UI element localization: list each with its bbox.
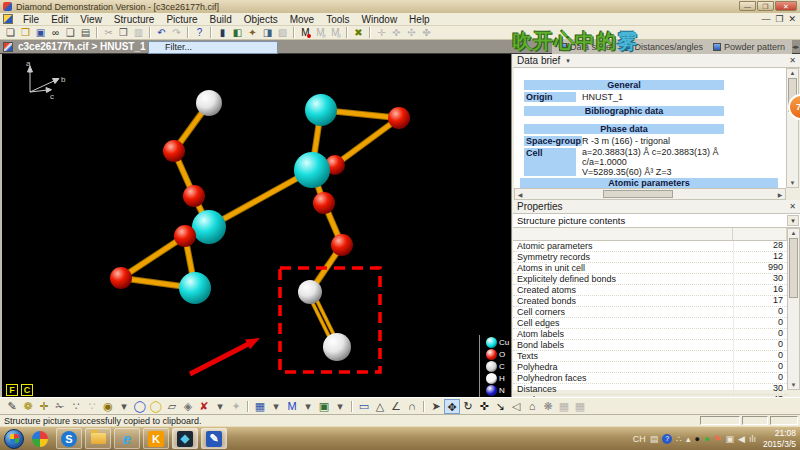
start-button[interactable] — [4, 429, 24, 449]
model-mode-icon[interactable]: M — [284, 399, 300, 414]
updates-icon[interactable]: ▣ — [725, 434, 734, 444]
measure-triangle-icon[interactable]: △ — [372, 399, 388, 414]
atom-O[interactable] — [163, 140, 185, 162]
minimize-button[interactable]: — — [739, 1, 756, 11]
undo-icon[interactable]: ↶ — [154, 26, 169, 39]
help-icon[interactable]: ? — [662, 434, 672, 444]
previous-view-icon[interactable]: ◁ — [508, 399, 524, 414]
app-sogou[interactable]: S — [56, 428, 82, 449]
menu-help[interactable]: Help — [403, 13, 436, 26]
properties-close-icon[interactable]: ✕ — [789, 202, 796, 211]
property-row[interactable]: Created bonds17 — [513, 296, 787, 307]
property-row[interactable]: Distances30 — [513, 384, 787, 395]
fragments-gray-icon[interactable]: ∵ — [84, 399, 100, 414]
polyhedra-icon[interactable]: ◈ — [180, 399, 196, 414]
property-row[interactable]: Cell edges0 — [513, 318, 787, 329]
atom-O[interactable] — [110, 267, 132, 289]
data-brief-hscrollbar[interactable]: ◀ ▶ — [514, 188, 786, 200]
measure-torsion-icon[interactable]: ∩ — [404, 399, 420, 414]
property-row[interactable]: Cell corners0 — [513, 307, 787, 318]
security-icon[interactable]: ● — [704, 434, 709, 444]
viewing-1-icon[interactable]: ▦ — [556, 399, 572, 414]
tab-scroll-arrows[interactable]: ◂▸ — [792, 43, 799, 51]
destroy-icon[interactable]: ✘ — [196, 399, 212, 414]
atom-O[interactable] — [331, 234, 353, 256]
picture-frame-icon[interactable]: ◨ — [260, 26, 275, 39]
save-icon[interactable]: ▣ — [33, 26, 48, 39]
break-bond-icon[interactable]: ✁ — [52, 399, 68, 414]
atom-O[interactable] — [183, 185, 205, 207]
connectivity-3-icon[interactable]: ✣ — [404, 26, 419, 39]
menu-edit[interactable]: Edit — [45, 13, 74, 26]
redo-icon[interactable]: ↷ — [169, 26, 184, 39]
taskbar-clock[interactable]: 21:08 2015/3/5 — [759, 428, 800, 449]
connectivity-2-icon[interactable]: ✜ — [389, 26, 404, 39]
picture-table-icon[interactable]: ◧ — [230, 26, 245, 39]
open-icon[interactable]: ❐ — [18, 26, 33, 39]
tab-powder-pattern[interactable]: Powder pattern — [710, 42, 788, 52]
grow-icon[interactable]: ✦ — [228, 399, 244, 414]
model-dd-icon[interactable]: ▾ — [300, 399, 316, 414]
briefcase-icon[interactable]: ▤ — [650, 434, 659, 444]
cut-icon[interactable]: ✂ — [101, 26, 116, 39]
measure-angle-icon[interactable]: ∠ — [388, 399, 404, 414]
copy-icon[interactable]: ❒ — [116, 26, 131, 39]
property-row[interactable]: Texts0 — [513, 351, 787, 362]
print-icon[interactable]: ▤ — [78, 26, 93, 39]
mdi-restore-button[interactable]: ❐ — [775, 13, 783, 26]
atom-H[interactable] — [196, 90, 222, 116]
packing-icon[interactable]: ▦ — [252, 399, 268, 414]
atomic-parameters-header[interactable]: Atomic parameters — [520, 178, 778, 188]
property-row[interactable]: Atoms in unit cell990 — [513, 263, 787, 274]
menu-file[interactable]: File — [17, 13, 45, 26]
atom-Cu[interactable] — [179, 272, 211, 304]
properties-selector[interactable]: Structure picture contents ▾ — [513, 214, 800, 228]
menu-structure[interactable]: Structure — [108, 13, 161, 26]
property-row[interactable]: Symmetry records12 — [513, 252, 787, 263]
menu-view[interactable]: View — [74, 13, 108, 26]
paste-icon[interactable]: ▥ — [131, 26, 146, 39]
dots-icon[interactable]: ∴ — [676, 434, 682, 444]
app-ie[interactable]: e — [114, 428, 140, 449]
menu-tools[interactable]: Tools — [320, 13, 355, 26]
volume-icon[interactable]: ◀ — [738, 434, 745, 444]
fragments-icon[interactable]: ∵ — [68, 399, 84, 414]
structure-viewport[interactable]: abc CuOCHN F C — [0, 54, 511, 397]
atom-O[interactable] — [174, 225, 196, 247]
fill-dd-icon[interactable]: ▾ — [116, 399, 132, 414]
scale-mode-icon[interactable]: ↘ — [492, 399, 508, 414]
structure-level-2-icon[interactable]: M — [313, 26, 328, 39]
app-explorer[interactable] — [85, 428, 111, 449]
build-molecule-icon[interactable]: ❁ — [20, 399, 36, 414]
picture-dd-icon[interactable]: ▾ — [332, 399, 348, 414]
ring-yellow-icon[interactable]: ◯ — [148, 399, 164, 414]
measure-distance-icon[interactable]: ▭ — [356, 399, 372, 414]
property-row[interactable]: Atom labels0 — [513, 329, 787, 340]
menu-move[interactable]: Move — [284, 13, 320, 26]
picture-tools-icon[interactable]: ✦ — [245, 26, 260, 39]
app-graphics[interactable]: ✎ — [201, 428, 227, 449]
atom-Cu[interactable] — [305, 94, 337, 126]
properties-vscrollbar[interactable]: ▲ ▼ — [787, 228, 800, 390]
add-atoms-icon[interactable]: ✛ — [36, 399, 52, 414]
print-preview-icon[interactable]: ❑ — [63, 26, 78, 39]
new-icon[interactable]: ❏ — [3, 26, 18, 39]
destroy-dd-icon[interactable]: ▾ — [212, 399, 228, 414]
structure-level-3-icon[interactable]: M — [328, 26, 343, 39]
home-view-icon[interactable]: ⌂ — [524, 399, 540, 414]
app-pinwheel[interactable] — [27, 428, 53, 449]
language-indicator[interactable]: CH — [633, 434, 646, 444]
close-button[interactable]: ✕ — [775, 1, 797, 11]
flag-icon[interactable]: ⚑ — [713, 434, 721, 444]
data-brief-dropdown-icon[interactable]: ▾ — [566, 57, 570, 65]
structure-canvas[interactable]: abc — [2, 54, 511, 397]
property-row[interactable]: Polyhedra0 — [513, 362, 787, 373]
menu-objects[interactable]: Objects — [238, 13, 284, 26]
network-icon[interactable]: ılı — [749, 434, 756, 444]
menu-window[interactable]: Window — [356, 13, 404, 26]
picture-new-icon[interactable]: ▮ — [215, 26, 230, 39]
find-icon[interactable]: ∞ — [48, 26, 63, 39]
show-hidden-icon[interactable]: ▴ — [686, 434, 691, 444]
selector-dropdown-icon[interactable]: ▾ — [787, 215, 799, 226]
unit-cell-icon[interactable]: ▱ — [164, 399, 180, 414]
